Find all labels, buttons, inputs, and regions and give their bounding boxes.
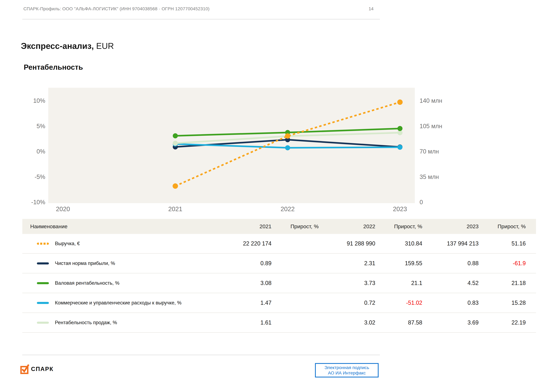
x-axis-tick-label: 2022 (281, 206, 295, 213)
footer-divider (22, 355, 380, 355)
left-axis-tick-label: -5% (35, 174, 45, 180)
header-divider (22, 19, 380, 19)
value-cell: 0.72 (319, 299, 375, 306)
left-axis-tick-label: 10% (33, 97, 45, 104)
value-cell: -61.9 (479, 260, 526, 267)
column-header: 2021 (212, 223, 271, 229)
table-header-row: Наименование2021Прирост, %2022Прирост, %… (22, 219, 536, 234)
table-row: Выручка, €22 220 17491 288 990310.84137 … (22, 234, 536, 254)
series-legend-swatch (37, 322, 49, 324)
document-header-title: СПАРК-Профиль: ООО "АЛЬФА-ЛОГИСТИК" (ИНН… (23, 6, 210, 11)
value-cell: 91 288 990 (319, 240, 375, 247)
table-row: Коммерческие и управленческие расходы к … (22, 293, 536, 313)
signature-line1: Электронная подпись (324, 365, 369, 370)
series-point (397, 126, 402, 131)
value-cell: 22 220 174 (212, 240, 271, 247)
x-axis-tick-label: 2020 (56, 206, 70, 213)
value-cell: 159.55 (375, 260, 422, 267)
row-name-cell: Коммерческие и управленческие расходы к … (22, 300, 212, 306)
left-axis-tick-label: 0% (37, 148, 45, 155)
value-cell: 21.1 (375, 280, 422, 286)
table-body: Выручка, €22 220 17491 288 990310.84137 … (22, 234, 536, 333)
column-header: Наименование (22, 223, 212, 229)
value-cell: 21.18 (479, 280, 526, 286)
series-legend-swatch (37, 243, 49, 245)
right-axis-tick-label: 35 млн (420, 174, 439, 180)
value-cell: 0.88 (422, 260, 479, 267)
series-legend-swatch (37, 302, 49, 304)
page-number: 14 (369, 6, 373, 11)
row-label: Чистая норма прибыли, % (55, 261, 115, 266)
value-cell: 15.28 (479, 299, 526, 306)
value-cell: 3.02 (319, 319, 375, 326)
x-axis-tick-label: 2021 (168, 206, 183, 213)
column-header: 2022 (319, 223, 375, 229)
value-cell: 0.83 (422, 299, 479, 306)
right-axis-tick-label: 140 млн (420, 97, 442, 104)
series-point (285, 133, 290, 139)
row-name-cell: Валовая рентабельность, % (22, 280, 212, 286)
table-row: Чистая норма прибыли, %0.892.31159.550.8… (22, 254, 536, 273)
metrics-table: Наименование2021Прирост, %2022Прирост, %… (22, 219, 536, 333)
series-point (173, 141, 178, 146)
series-point (173, 183, 178, 189)
value-cell: 2.31 (319, 260, 375, 267)
value-cell: 3.08 (212, 280, 271, 286)
row-name-cell: Чистая норма прибыли, % (22, 261, 212, 266)
value-cell: 22.19 (479, 319, 526, 326)
column-header: Прирост, % (375, 223, 422, 229)
series-point (397, 145, 402, 150)
right-axis-tick-label: 0 (420, 199, 423, 206)
value-cell: 0.89 (212, 260, 271, 267)
table-row: Рентабельность продаж, %1.613.0287.583.6… (22, 313, 536, 333)
row-label: Выручка, € (55, 241, 80, 246)
series-legend-swatch (37, 282, 49, 284)
spark-checkbox-icon (20, 363, 29, 375)
value-cell: -51.02 (375, 299, 422, 306)
row-name-cell: Рентабельность продаж, % (22, 320, 212, 325)
value-cell: 3.73 (319, 280, 375, 286)
value-cell: 87.58 (375, 319, 422, 326)
page-title-main: Экспресс-анализ, (21, 41, 94, 50)
value-cell: 1.61 (212, 319, 271, 326)
value-cell: 51.16 (479, 240, 526, 247)
column-header: Прирост, % (479, 223, 526, 229)
report-page: { "header": { "profile": "СПАРК-Профиль:… (0, 0, 555, 392)
spark-logo-text: СПАРК (31, 366, 53, 372)
right-axis-tick-label: 105 млн (420, 123, 442, 129)
row-label: Коммерческие и управленческие расходы к … (55, 300, 182, 306)
series-point (397, 100, 403, 105)
value-cell: 4.52 (422, 280, 479, 286)
value-cell: 1.47 (212, 299, 271, 306)
table-row: Валовая рентабельность, %3.083.7321.14.5… (22, 273, 536, 293)
value-cell: 310.84 (375, 240, 422, 247)
left-axis-tick-label: 5% (37, 123, 45, 129)
page-title-currency: EUR (94, 41, 114, 50)
column-header: Прирост, % (271, 223, 319, 229)
series-point (285, 145, 290, 150)
column-header: 2023 (422, 223, 479, 229)
row-name-cell: Выручка, € (22, 241, 212, 246)
value-cell: 3.69 (422, 319, 479, 326)
row-label: Валовая рентабельность, % (55, 280, 119, 286)
right-axis-tick-label: 70 млн (420, 148, 439, 155)
x-axis-tick-label: 2023 (393, 206, 407, 213)
section-title: Рентабельность (24, 63, 83, 71)
series-legend-swatch (37, 262, 49, 264)
signature-line2: АО ИА Интерфакс (328, 370, 366, 376)
row-label: Рентабельность продаж, % (55, 320, 117, 325)
profitability-chart: 10%5%0%-5%-10%140 млн105 млн70 млн35 млн… (16, 85, 443, 224)
value-cell: 137 994 213 (422, 240, 479, 247)
series-point (173, 133, 178, 138)
left-axis-tick-label: -10% (31, 199, 45, 206)
page-title: Экспресс-анализ, EUR (21, 41, 114, 51)
electronic-signature-button[interactable]: Электронная подпись АО ИА Интерфакс (315, 363, 379, 378)
spark-logo: СПАРК (20, 363, 53, 375)
